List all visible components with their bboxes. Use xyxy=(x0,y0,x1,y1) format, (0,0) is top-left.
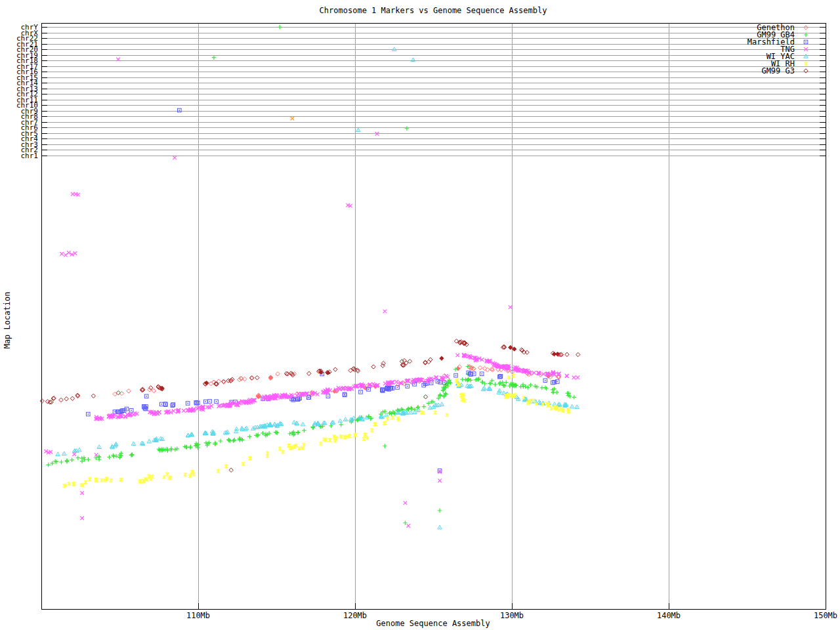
series-tng-points xyxy=(44,58,579,528)
axis-ticks xyxy=(41,28,826,610)
x-tick-120Mb: 120Mb xyxy=(343,611,367,620)
x-tick-140Mb: 140Mb xyxy=(657,611,681,620)
scatter-plot: chrYchrXchr22chr21chr20chr19chr18chr17ch… xyxy=(0,0,840,630)
x-axis-tick-labels: 110Mb120Mb130Mb140Mb150Mb xyxy=(186,611,837,620)
series-wirh-points xyxy=(62,373,570,488)
x-tick-150Mb: 150Mb xyxy=(814,611,837,620)
series-marshfield-points xyxy=(87,108,560,472)
chart-page: chrYchrXchr22chr21chr20chr19chr18chr17ch… xyxy=(0,0,840,630)
x-tick-130Mb: 130Mb xyxy=(500,611,524,620)
x-tick-110Mb: 110Mb xyxy=(186,611,210,620)
chr-label-chr1: chr1 xyxy=(21,152,39,160)
chart-title: Chromosome 1 Markers vs Genome Sequence … xyxy=(320,6,547,15)
legend-entry-marshfield: Marshfield xyxy=(747,37,808,47)
x-axis-label: Genome Sequence Assembly xyxy=(376,619,490,628)
data-points xyxy=(40,25,580,529)
series-wiyac-points xyxy=(56,47,579,529)
legend-label-gm99g3: GM99 G3 xyxy=(761,66,795,75)
legend-entry-gm99g3: GM99 G3 xyxy=(761,66,808,75)
grid-lines xyxy=(41,23,826,609)
chromosome-axis-labels: chrYchrXchr22chr21chr20chr19chr18chr17ch… xyxy=(16,23,38,160)
y-axis-label: Map Location xyxy=(3,292,12,349)
stray-point xyxy=(291,117,295,121)
